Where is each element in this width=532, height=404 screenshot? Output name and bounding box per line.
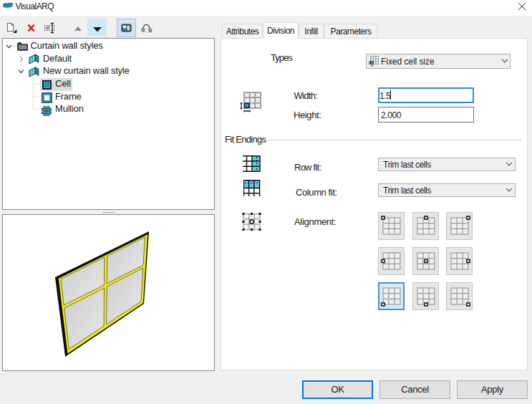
svg-text:ab: ab [46, 25, 51, 30]
